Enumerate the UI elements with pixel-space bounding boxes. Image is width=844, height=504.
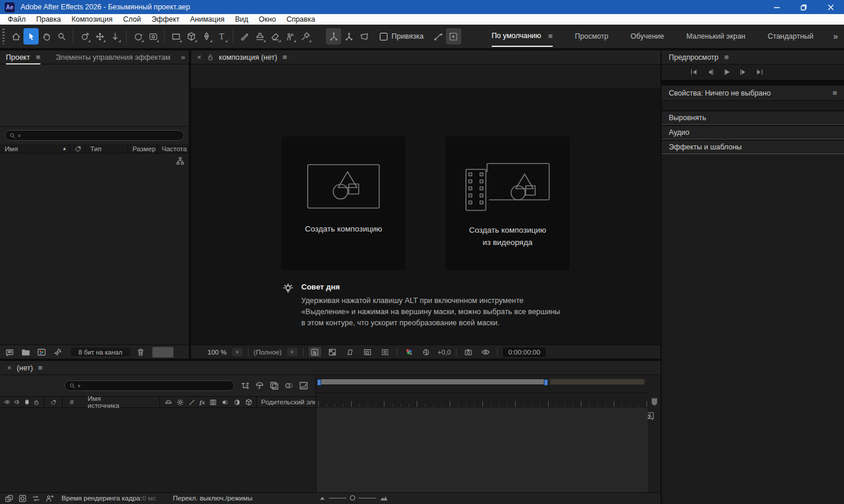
motion-blur-column-icon[interactable]	[221, 399, 229, 406]
bit-depth-button[interactable]: 8 бит на канал	[71, 348, 130, 356]
workspace-default[interactable]: По умолчанию ≡	[492, 32, 553, 42]
workspace-menu-icon[interactable]: ≡	[548, 32, 553, 40]
resolution-value[interactable]: (Полное)	[254, 349, 282, 356]
minimize-button[interactable]	[763, 0, 790, 14]
region-of-interest-icon[interactable]	[362, 347, 374, 357]
show-channels-icon[interactable]	[403, 347, 415, 357]
exposure-value[interactable]: +0,0	[438, 349, 451, 356]
cube-3d-tool-icon[interactable]	[183, 28, 199, 45]
interpret-footage-icon[interactable]	[5, 348, 15, 357]
mini-flowchart-icon[interactable]	[240, 381, 250, 390]
timecode-display[interactable]: 0:00:00:00	[503, 348, 545, 357]
text-tool-icon[interactable]: T	[214, 28, 229, 45]
timeline-tab-close-icon[interactable]: ×	[7, 363, 12, 372]
new-composition-icon[interactable]	[37, 348, 46, 357]
workspace-small-screen[interactable]: Маленький экран	[686, 32, 746, 40]
previous-frame-icon[interactable]	[704, 67, 716, 77]
close-button[interactable]	[817, 0, 844, 14]
zoom-slider-track[interactable]	[329, 498, 346, 499]
rectangle-tool-icon[interactable]	[168, 28, 183, 45]
pan-camera-tool-icon[interactable]	[92, 28, 107, 45]
menu-edit[interactable]: Правка	[31, 14, 66, 25]
camera-tool-icon[interactable]	[145, 28, 161, 45]
workspace-review[interactable]: Просмотр	[575, 32, 608, 40]
timeline-layer-list[interactable]	[0, 408, 315, 492]
composition-panel-menu-icon[interactable]: ≡	[283, 53, 287, 62]
toggle-switches-modes-button[interactable]: Перекл. выключ./режимы	[173, 495, 253, 502]
properties-panel-menu-icon[interactable]: ≡	[832, 88, 837, 97]
magnification-dropdown-icon[interactable]: ∨	[232, 348, 243, 356]
hand-tool-icon[interactable]	[39, 28, 54, 45]
source-name-column[interactable]: Имя источника	[88, 395, 124, 409]
play-icon[interactable]	[720, 67, 733, 77]
workspace-learn[interactable]: Обучение	[631, 32, 664, 40]
shy-icon[interactable]	[165, 399, 172, 406]
menu-view[interactable]: Вид	[230, 14, 254, 25]
composition-tab-label[interactable]: композиция (нет)	[219, 53, 277, 62]
timeline-track-area[interactable]	[316, 408, 648, 492]
expand-layer-switches-icon[interactable]	[5, 494, 13, 503]
effects-presets-panel-header[interactable]: Эффекты и шаблоны	[662, 141, 844, 154]
menu-help[interactable]: Справка	[281, 14, 321, 25]
selection-tool-icon[interactable]	[23, 28, 39, 45]
tab-close-icon[interactable]: ×	[197, 53, 202, 62]
preview-title[interactable]: Предпросмотр	[669, 53, 719, 62]
view-axis-mode-icon[interactable]	[356, 28, 372, 45]
dolly-camera-tool-icon[interactable]	[107, 28, 122, 45]
column-rate[interactable]: Частота ..	[157, 144, 189, 153]
last-frame-icon[interactable]	[753, 67, 765, 77]
work-area-start-handle[interactable]	[317, 379, 321, 386]
flowchart-icon[interactable]	[176, 156, 185, 165]
restore-button[interactable]	[790, 0, 817, 14]
grid-guides-options-icon[interactable]	[309, 347, 321, 357]
invite-collaborator-icon[interactable]	[45, 494, 54, 503]
eraser-tool-icon[interactable]	[267, 28, 283, 45]
new-composition-card[interactable]: Создать композицию	[281, 137, 406, 270]
zoom-tool-icon[interactable]	[54, 28, 69, 45]
zoom-slider-handle[interactable]	[350, 495, 355, 500]
project-search-input[interactable]: ∨	[5, 130, 184, 141]
column-name[interactable]: Имя ▲	[0, 144, 70, 153]
parent-link-column[interactable]: Родительский элемент и...	[261, 399, 315, 406]
layer-number-column[interactable]: #	[70, 399, 73, 406]
orbit-camera-tool-icon[interactable]	[77, 28, 92, 45]
solo-icon[interactable]	[25, 400, 29, 404]
column-size[interactable]: Размер	[128, 144, 157, 153]
home-icon[interactable]	[8, 28, 23, 45]
menu-layer[interactable]: Слой	[118, 14, 146, 25]
resolution-dropdown-icon[interactable]: ∨	[287, 348, 298, 356]
preview-panel-menu-icon[interactable]: ≡	[724, 53, 729, 62]
world-axis-mode-icon[interactable]	[341, 28, 356, 45]
collapse-transformations-icon[interactable]	[176, 399, 184, 406]
time-ruler[interactable]	[316, 393, 648, 407]
panel-tab-overflow-icon[interactable]: »	[181, 53, 185, 62]
comp-marker-bin-icon[interactable]	[650, 397, 659, 407]
menu-animation[interactable]: Анимация	[185, 14, 230, 25]
menu-file[interactable]: Файл	[2, 14, 31, 25]
expand-in-out-icon[interactable]	[32, 494, 40, 503]
project-items-area[interactable]	[0, 154, 189, 345]
menu-window[interactable]: Окно	[254, 14, 281, 25]
work-area-bar[interactable]	[317, 379, 645, 385]
lock-icon[interactable]	[33, 399, 39, 406]
audio-panel-header[interactable]: Аудио	[662, 126, 844, 139]
workspace-standard[interactable]: Стандартный	[768, 32, 814, 40]
snap-line-icon[interactable]	[431, 28, 446, 45]
draft-3d-icon[interactable]	[255, 381, 264, 390]
show-snapshot-icon[interactable]	[479, 347, 492, 357]
frame-blending-icon[interactable]	[270, 381, 279, 390]
trash-icon[interactable]	[137, 348, 145, 356]
properties-title[interactable]: Свойства: Ничего не выбрано	[669, 89, 771, 97]
local-axis-mode-icon[interactable]	[326, 28, 341, 45]
tab-effect-controls[interactable]: Элементы управления эффектами (не	[56, 53, 171, 62]
magnification-value[interactable]: 100 %	[207, 349, 227, 356]
target-region-icon[interactable]	[379, 347, 392, 357]
mask-visibility-icon[interactable]	[344, 347, 356, 357]
transparency-grid-icon[interactable]	[326, 347, 339, 357]
work-area-remainder[interactable]	[550, 379, 644, 384]
video-visibility-icon[interactable]	[4, 398, 11, 406]
zoom-slider-track[interactable]	[359, 498, 376, 499]
puppet-pin-tool-icon[interactable]	[298, 28, 313, 45]
rotate-tool-icon[interactable]	[130, 28, 145, 45]
column-type[interactable]: Тип	[86, 144, 128, 153]
